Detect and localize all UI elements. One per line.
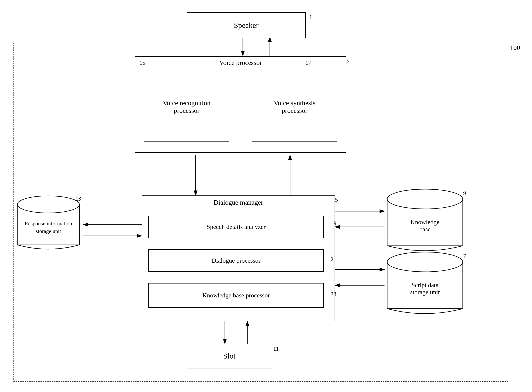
script-data-cylinder: Script data storage unit	[387, 252, 463, 319]
voice-processor-label: Voice processor	[219, 59, 262, 66]
ref-9: 9	[463, 190, 466, 196]
knowledge-base-processor-box: Knowledge base processor	[148, 283, 324, 308]
voice-synthesis-label: Voice synthesis processor	[274, 99, 315, 114]
knowledge-base-cylinder: Knowledge base	[387, 189, 463, 256]
ref-100: 100	[510, 44, 520, 51]
response-info-label: Response information storage unit	[24, 220, 73, 235]
dialogue-processor-box: Dialogue processor	[148, 249, 324, 272]
diagram-container: 100 Speaker 1 Voice processor 3 15 17 Vo…	[0, 0, 532, 392]
ref-17: 17	[305, 60, 311, 66]
ref-7: 7	[463, 253, 466, 259]
ref-1: 1	[309, 14, 312, 21]
voice-recognition-box: Voice recognition processor	[144, 72, 229, 141]
ref-19: 19	[331, 220, 336, 227]
voice-synthesis-box: Voice synthesis processor	[252, 72, 337, 141]
ref-13: 13	[75, 196, 81, 202]
voice-recognition-label: Voice recognition processor	[163, 99, 210, 114]
ref-5: 5	[335, 196, 338, 203]
svg-point-19	[387, 252, 463, 272]
ref-11: 11	[273, 345, 279, 352]
speech-details-box: Speech details analyzer	[148, 216, 324, 238]
ref-23: 23	[331, 291, 336, 298]
svg-point-15	[17, 196, 79, 213]
dialogue-manager-label: Dialogue manager	[214, 199, 263, 206]
ref-15: 15	[139, 60, 145, 66]
response-info-cylinder: Response information storage unit	[17, 196, 80, 254]
knowledge-base-label: Knowledge base	[406, 219, 444, 233]
speaker-box: Speaker	[187, 12, 306, 38]
ref-21: 21	[331, 256, 336, 263]
svg-point-17	[387, 189, 463, 209]
slot-box: Slot	[187, 344, 272, 369]
ref-3: 3	[346, 57, 349, 64]
script-data-label: Script data storage unit	[410, 281, 440, 296]
